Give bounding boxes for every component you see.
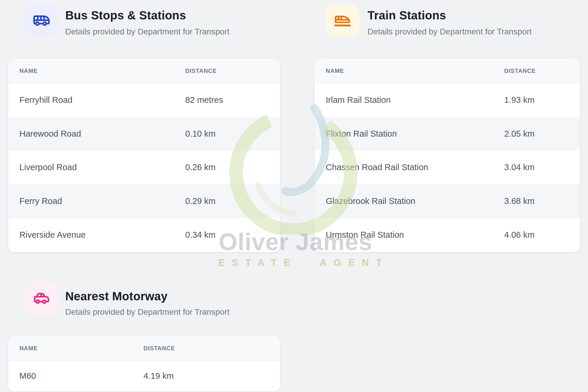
car-icon-tile (25, 283, 59, 315)
table-row: Riverside Avenue 0.34 km (8, 218, 280, 252)
train-section-title: Train Stations (368, 9, 446, 22)
station-name: Glazebrook Rail Station (326, 196, 504, 206)
station-distance: 2.05 km (504, 129, 534, 139)
watermark-tagline-text: ESTATE AGENT (211, 257, 380, 268)
table-row: Glazebrook Rail Station 3.68 km (315, 184, 580, 218)
stop-distance: 82 metres (185, 95, 223, 105)
train-section-subtitle: Details provided by Department for Trans… (368, 27, 532, 36)
train-icon-tile (326, 5, 359, 37)
column-header-distance: DISTANCE (185, 68, 217, 74)
column-header-distance: DISTANCE (504, 68, 536, 74)
stop-name: Riverside Avenue (19, 230, 185, 240)
station-name: Urmston Rail Station (326, 230, 504, 240)
motorway-section-title: Nearest Motorway (65, 290, 168, 303)
bus-section-title: Bus Stops & Stations (65, 9, 186, 22)
stop-distance: 0.26 km (185, 163, 216, 172)
motorway-table: NAME DISTANCE M60 4.19 km (8, 336, 280, 391)
stop-name: Ferryhill Road (19, 95, 185, 105)
bus-icon (32, 11, 51, 31)
column-header-distance: DISTANCE (143, 345, 175, 352)
table-row: Ferry Road 0.29 km (8, 184, 280, 218)
table-row: Flixton Rail Station 2.05 km (315, 117, 580, 151)
bus-stops-table: NAME DISTANCE Ferryhill Road 82 metres H… (8, 59, 280, 252)
column-header-name: NAME (19, 345, 143, 352)
station-distance: 3.68 km (504, 196, 534, 206)
table-header-row: NAME DISTANCE (8, 336, 280, 361)
motorway-section-subtitle: Details provided by Department for Trans… (65, 307, 230, 317)
station-name: Flixton Rail Station (326, 129, 504, 139)
table-row: M60 4.19 km (8, 361, 280, 391)
table-header-row: NAME DISTANCE (8, 59, 280, 83)
table-row: Irlam Rail Station 1.93 km (315, 83, 580, 117)
station-name: Irlam Rail Station (326, 95, 504, 105)
car-icon (32, 289, 51, 309)
stop-distance: 0.10 km (185, 129, 216, 139)
stop-name: Harewood Road (19, 129, 185, 139)
table-header-row: NAME DISTANCE (315, 59, 580, 83)
train-icon (333, 11, 352, 31)
station-name: Chassen Road Rail Station (326, 163, 504, 172)
table-row: Urmston Rail Station 4.06 km (315, 218, 580, 252)
transport-details-page: { "page": {"background": "#f1f2f4"}, "se… (0, 0, 588, 392)
motorway-distance: 4.19 km (143, 371, 174, 381)
station-distance: 1.93 km (504, 95, 534, 105)
bus-section-subtitle: Details provided by Department for Trans… (65, 27, 230, 36)
table-row: Liverpool Road 0.26 km (8, 151, 280, 185)
bus-icon-tile (25, 5, 59, 37)
stop-name: Ferry Road (19, 196, 185, 206)
table-row: Ferryhill Road 82 metres (8, 83, 280, 117)
train-stations-table: NAME DISTANCE Irlam Rail Station 1.93 km… (315, 59, 580, 252)
stop-distance: 0.29 km (185, 196, 216, 206)
table-row: Chassen Road Rail Station 3.04 km (315, 151, 580, 185)
station-distance: 4.06 km (504, 230, 534, 240)
table-row: Harewood Road 0.10 km (8, 117, 280, 151)
column-header-name: NAME (19, 68, 185, 74)
station-distance: 3.04 km (504, 163, 534, 172)
stop-distance: 0.34 km (185, 230, 216, 240)
stop-name: Liverpool Road (19, 163, 185, 172)
column-header-name: NAME (326, 68, 504, 74)
motorway-name: M60 (19, 371, 143, 381)
